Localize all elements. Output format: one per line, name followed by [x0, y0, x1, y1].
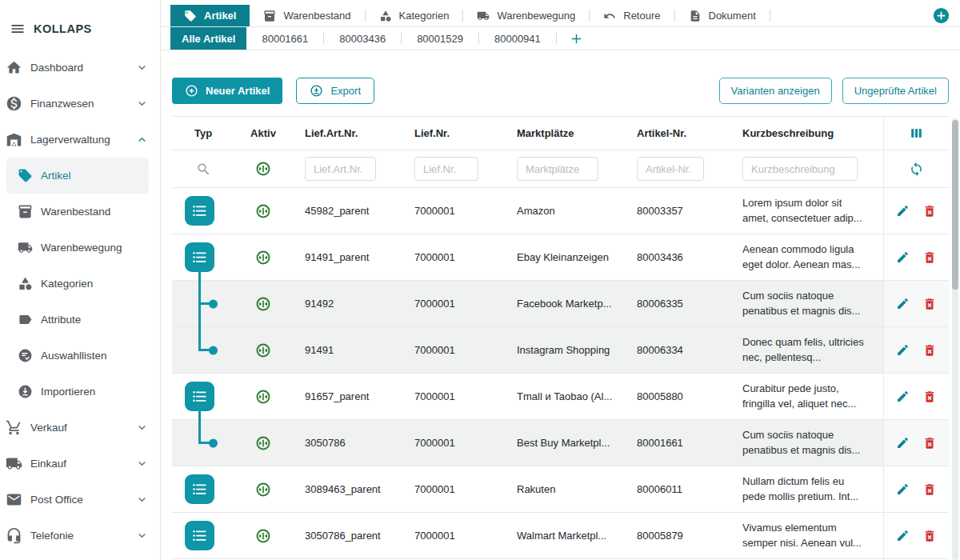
- edit-icon[interactable]: [896, 204, 910, 218]
- edit-icon[interactable]: [896, 436, 910, 450]
- article-variants-button[interactable]: [185, 196, 214, 226]
- search-icon[interactable]: [196, 162, 211, 177]
- show-variants-label: Varianten anzeigen: [731, 85, 820, 97]
- subtab-alle-artikel[interactable]: Alle Artikel: [170, 27, 246, 50]
- active-status-icon[interactable]: [256, 529, 270, 543]
- sidebar-item-dashboard[interactable]: Dashboard: [0, 50, 160, 86]
- edit-icon[interactable]: [896, 482, 910, 496]
- marktplaetze-cell: Ebay Kleinanzeigen: [504, 234, 624, 280]
- box-icon: [18, 204, 33, 219]
- sidebar-item-lagerverwaltung[interactable]: Lagerverwaltung: [0, 122, 160, 158]
- edit-icon[interactable]: [896, 529, 910, 542]
- article-variants-button[interactable]: [185, 382, 214, 411]
- table-header-row: Typ Aktiv Lief.Art.Nr. Lief.Nr. Marktplä…: [172, 117, 949, 150]
- table-row: 91491_parent 7000001 Ebay Kleinanzeigen …: [172, 234, 949, 281]
- truck-icon: [18, 240, 33, 255]
- sidebar-item-artikel[interactable]: Artikel: [6, 158, 149, 194]
- sidebar-item-verkauf[interactable]: Verkauf: [0, 410, 160, 446]
- columns-settings-icon[interactable]: [909, 126, 924, 141]
- filter-input-artikel-nr[interactable]: [637, 157, 704, 181]
- scrollbar-thumb[interactable]: [952, 120, 958, 290]
- sidebar-item-telefonie[interactable]: Telefonie: [0, 518, 160, 554]
- active-status-icon[interactable]: [256, 297, 270, 311]
- brand-header: KOLLAPS: [0, 21, 160, 50]
- delete-icon[interactable]: [922, 436, 937, 450]
- sidebar-item-einkauf[interactable]: Einkauf: [0, 446, 160, 482]
- kurzbeschreibung-cell: Lorem ipsum dolor sit amet, consectetuer…: [730, 188, 883, 234]
- sidebar-item-warenbewegung[interactable]: Warenbewegung: [0, 230, 160, 266]
- lief-art-nr-cell: 45982_parent: [292, 188, 402, 234]
- column-header-typ: Typ: [172, 117, 234, 150]
- delete-icon[interactable]: [922, 482, 937, 497]
- edit-icon[interactable]: [896, 250, 910, 264]
- sidebar-item-label: Warenbewegung: [41, 242, 122, 254]
- new-article-button[interactable]: Neuer Artikel: [172, 78, 282, 104]
- sidebar-item-label: Attribute: [41, 314, 81, 326]
- active-status-icon[interactable]: [256, 250, 270, 265]
- checklist-circle-icon: [18, 348, 33, 363]
- delete-icon[interactable]: [922, 390, 937, 404]
- category-icon: [18, 276, 33, 291]
- subtab-80003436[interactable]: 80003436: [324, 27, 401, 50]
- article-variants-button[interactable]: [185, 521, 214, 550]
- active-status-icon[interactable]: [256, 343, 270, 358]
- active-status-icon[interactable]: [256, 482, 270, 497]
- subtabbar: Alle Artikel 80001661 80003436 80001529 …: [161, 27, 960, 50]
- lief-art-nr-cell: 3050786: [292, 420, 402, 466]
- filter-input-marktplaetze[interactable]: [517, 157, 598, 181]
- edit-icon[interactable]: [896, 390, 910, 403]
- delete-icon[interactable]: [922, 343, 937, 358]
- subtab-80001529[interactable]: 80001529: [402, 27, 478, 50]
- active-status-icon[interactable]: [256, 204, 270, 218]
- sidebar-item-post-office[interactable]: Post Office: [0, 482, 160, 518]
- export-button[interactable]: Export: [296, 78, 374, 104]
- sidebar-item-auswahllisten[interactable]: Auswahllisten: [0, 338, 160, 374]
- article-variants-button[interactable]: [185, 242, 214, 272]
- edit-icon[interactable]: [896, 343, 910, 357]
- kurzbeschreibung-cell: Donec quam felis, ultricies nec, pellent…: [730, 327, 883, 373]
- tab-dokument[interactable]: Dokument: [675, 5, 770, 26]
- header-actions-cell: [883, 117, 949, 150]
- active-status-icon[interactable]: [256, 436, 270, 450]
- filter-actions-cell: [883, 150, 949, 187]
- unchecked-articles-button[interactable]: Ungeprüfte Artikel: [842, 78, 949, 104]
- sidebar-item-importieren[interactable]: Importieren: [0, 374, 160, 410]
- tab-kategorien[interactable]: Kategorien: [366, 5, 463, 26]
- subtab-label: 80003436: [339, 33, 386, 45]
- tab-retoure[interactable]: Retoure: [590, 5, 674, 26]
- filter-input-lief-art-nr[interactable]: [305, 157, 376, 181]
- active-toggle-icon[interactable]: [256, 162, 270, 176]
- tag-icon: [184, 10, 197, 22]
- articles-table: Typ Aktiv Lief.Art.Nr. Lief.Nr. Marktplä…: [172, 116, 949, 559]
- refresh-icon[interactable]: [909, 162, 924, 177]
- filter-input-lief-nr[interactable]: [414, 157, 478, 181]
- new-article-label: Neuer Artikel: [206, 85, 270, 97]
- subtab-80000941[interactable]: 80000941: [479, 27, 556, 50]
- sidebar-item-finanzwesen[interactable]: Finanzwesen: [0, 86, 160, 122]
- delete-icon[interactable]: [922, 297, 937, 311]
- filter-input-kurzbeschreibung[interactable]: [742, 157, 858, 181]
- add-tab-button[interactable]: [933, 7, 950, 24]
- sidebar-item-kategorien[interactable]: Kategorien: [0, 266, 160, 302]
- artikel-nr-cell: 80006011: [624, 466, 730, 512]
- article-variants-button[interactable]: [185, 474, 214, 504]
- sidebar-item-warenbestand[interactable]: Warenbestand: [0, 194, 160, 230]
- tree-node-dot: [209, 299, 218, 308]
- delete-icon[interactable]: [922, 204, 937, 218]
- tab-label: Warenbestand: [283, 10, 350, 22]
- show-variants-button[interactable]: Varianten anzeigen: [719, 78, 832, 104]
- delete-icon[interactable]: [922, 250, 937, 265]
- tab-warenbewegung[interactable]: Warenbewegung: [463, 5, 589, 26]
- tab-warenbestand[interactable]: Warenbestand: [250, 5, 364, 26]
- subtab-80001661[interactable]: 80001661: [246, 27, 323, 50]
- chevron-down-icon: [135, 529, 149, 542]
- delete-icon[interactable]: [922, 529, 937, 543]
- active-status-icon[interactable]: [256, 390, 270, 404]
- lief-art-nr-cell: 3050786_parent: [292, 513, 402, 558]
- sidebar-item-attribute[interactable]: Attribute: [0, 302, 160, 338]
- add-subtab-button[interactable]: [557, 27, 596, 50]
- tab-artikel[interactable]: Artikel: [170, 5, 250, 26]
- column-header-lief-nr: Lief.Nr.: [402, 117, 504, 150]
- hamburger-menu-icon[interactable]: [10, 21, 26, 37]
- edit-icon[interactable]: [896, 297, 910, 310]
